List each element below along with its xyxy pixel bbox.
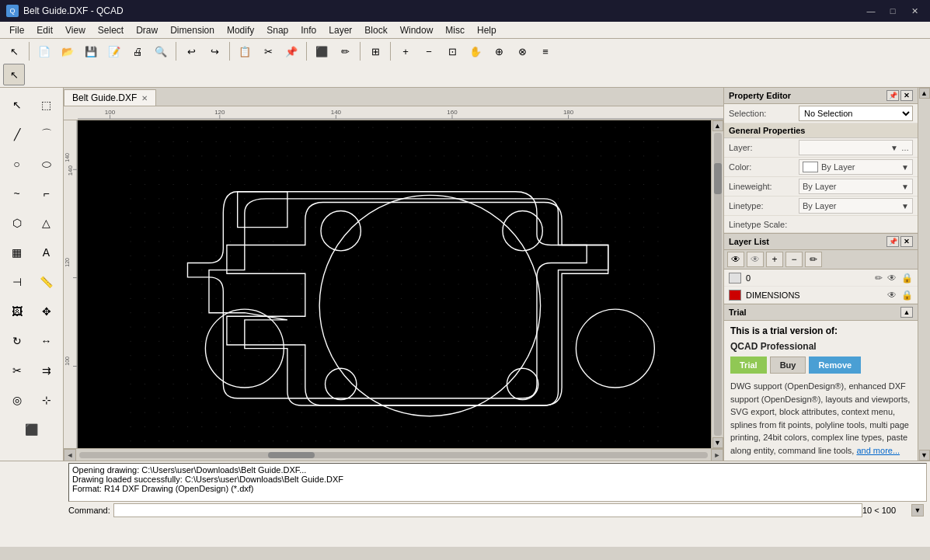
trial-btn-remove[interactable]: Remove <box>809 357 861 374</box>
spline-tool[interactable]: ~ <box>3 179 31 207</box>
scroll-down-btn[interactable]: ▼ <box>712 437 723 448</box>
canvas-tab-close[interactable]: ✕ <box>141 94 148 103</box>
pointer-tool[interactable]: ↖ <box>3 91 31 119</box>
copy-btn[interactable]: 📋 <box>234 40 256 62</box>
prop-editor-pin[interactable]: 📌 <box>886 90 899 101</box>
open-file-btn[interactable]: 📂 <box>57 40 78 62</box>
save-as-btn[interactable]: 📝 <box>103 40 125 62</box>
explode-tool[interactable]: ◎ <box>3 386 31 414</box>
linetype-dropdown-btn[interactable]: ▼ <box>901 202 909 210</box>
layer-list-pin[interactable]: 📌 <box>886 236 899 247</box>
snap-grid-btn[interactable]: ⊞ <box>364 40 386 62</box>
circle-tool[interactable]: ○ <box>3 150 31 178</box>
zoom-out-btn[interactable]: − <box>418 40 440 62</box>
menu-item-file[interactable]: File <box>3 23 30 37</box>
zoom-pan-btn[interactable]: ✋ <box>465 40 486 62</box>
menu-item-dimension[interactable]: Dimension <box>164 23 221 37</box>
polygon-tool[interactable]: ⬡ <box>3 209 31 237</box>
menu-item-modify[interactable]: Modify <box>221 23 260 37</box>
scale-tool[interactable]: ↔ <box>33 327 61 355</box>
layer-0-lock-icon[interactable]: 🔒 <box>901 273 913 283</box>
scroll-up-btn[interactable]: ▲ <box>712 120 723 131</box>
zoom-prev-btn[interactable]: ⊗ <box>511 40 533 62</box>
offset-tool[interactable]: ⇉ <box>33 357 61 384</box>
rotate-tool[interactable]: ↻ <box>3 327 31 355</box>
right-scroll-up[interactable]: ▲ <box>919 88 930 99</box>
dim-line-tool[interactable]: ⊣ <box>3 268 31 296</box>
trim-tool[interactable]: ✂ <box>3 357 31 384</box>
shape-tool[interactable]: △ <box>33 209 61 237</box>
layer-dimensions-visible-icon[interactable]: 👁 <box>887 290 897 301</box>
menu-item-draw[interactable]: Draw <box>130 23 164 37</box>
command-input[interactable] <box>113 503 862 517</box>
trial-btn-trial[interactable]: Trial <box>730 357 767 374</box>
trial-scroll-up[interactable]: ▲ <box>900 307 913 318</box>
menu-item-info[interactable]: Info <box>294 23 322 37</box>
print-preview-btn[interactable]: 🔍 <box>150 40 172 62</box>
menu-item-edit[interactable]: Edit <box>30 23 59 37</box>
right-scroll-down[interactable]: ▼ <box>919 450 930 461</box>
scroll-right-btn[interactable]: ► <box>711 449 723 461</box>
hatch-tool[interactable]: ▦ <box>3 238 31 266</box>
menu-item-misc[interactable]: Misc <box>439 23 471 37</box>
menu-item-select[interactable]: Select <box>92 23 130 37</box>
layer-delete[interactable]: − <box>785 252 803 267</box>
text-tool[interactable]: A <box>33 238 61 266</box>
selection-dropdown[interactable]: No Selection <box>799 106 913 121</box>
cut-btn[interactable]: ✂ <box>257 40 279 62</box>
layer-0-edit-icon[interactable]: ✏ <box>875 273 883 283</box>
move-tool[interactable]: ✥ <box>33 297 61 325</box>
arc-tool[interactable]: ⌒ <box>33 120 61 148</box>
layer-list-close[interactable]: ✕ <box>900 236 913 247</box>
close-button[interactable]: ✕ <box>905 5 924 17</box>
zoom-fit-btn[interactable]: ⊕ <box>488 40 510 62</box>
layer-0-visible-icon[interactable]: 👁 <box>887 273 897 283</box>
zoom-window-btn[interactable]: ⊡ <box>441 40 463 62</box>
menu-item-layer[interactable]: Layer <box>322 23 358 37</box>
zoom-in-btn[interactable]: + <box>395 40 416 62</box>
ellipse-tool[interactable]: ⬭ <box>33 150 61 178</box>
measure-tool[interactable]: 📏 <box>33 268 61 296</box>
layer-edit-btn[interactable]: … <box>901 144 909 152</box>
layer-toolbar-btn[interactable]: ≡ <box>535 40 556 62</box>
prop-editor-close[interactable]: ✕ <box>900 90 913 101</box>
select-arrow-btn[interactable]: ↖ <box>3 40 25 62</box>
trial-more-link[interactable]: and more... <box>856 446 900 455</box>
3d-box-tool[interactable]: ⬛ <box>18 416 46 443</box>
block-attr-btn[interactable]: ⬛ <box>311 40 333 62</box>
trial-btn-buy[interactable]: Buy <box>770 357 806 374</box>
print-btn[interactable]: 🖨 <box>127 40 148 62</box>
horizontal-scrollbar[interactable]: ◄ ► <box>64 448 723 461</box>
layer-dropdown-btn[interactable]: ▼ <box>890 144 898 152</box>
menu-item-window[interactable]: Window <box>394 23 440 37</box>
menu-item-view[interactable]: View <box>59 23 92 37</box>
layer-add[interactable]: + <box>766 252 783 267</box>
zoom-select-tool[interactable]: ⬚ <box>33 91 61 119</box>
drawing-canvas[interactable] <box>78 120 711 448</box>
status-scroll-btn[interactable]: ▼ <box>911 504 924 517</box>
draw-point-btn[interactable]: ✏ <box>334 40 356 62</box>
line-tool[interactable]: ╱ <box>3 120 31 148</box>
paste-btn[interactable]: 📌 <box>280 40 302 62</box>
scroll-thumb-v[interactable] <box>714 163 722 194</box>
scroll-thumb-h[interactable] <box>268 452 315 458</box>
color-dropdown-btn[interactable]: ▼ <box>901 163 909 172</box>
select-tool-btn[interactable]: ↖ <box>3 64 25 85</box>
layer-hide-all[interactable]: 👁 <box>747 252 764 267</box>
undo-btn[interactable]: ↩ <box>180 40 202 62</box>
layer-show-all[interactable]: 👁 <box>727 252 744 267</box>
lineweight-dropdown-btn[interactable]: ▼ <box>901 183 909 191</box>
vertical-scrollbar[interactable]: ▲ ▼ <box>711 120 723 448</box>
menu-item-snap[interactable]: Snap <box>260 23 294 37</box>
new-file-btn[interactable]: 📄 <box>33 40 55 62</box>
minimize-button[interactable]: — <box>862 5 880 17</box>
menu-item-help[interactable]: Help <box>471 23 503 37</box>
canvas-tab-item[interactable]: Belt Guide.DXF ✕ <box>64 89 156 106</box>
image-tool[interactable]: 🖼 <box>3 297 31 325</box>
polyline-tool[interactable]: ⌐ <box>33 179 61 207</box>
layer-edit[interactable]: ✏ <box>805 252 822 267</box>
scroll-left-btn[interactable]: ◄ <box>64 449 76 461</box>
menu-item-block[interactable]: Block <box>358 23 393 37</box>
select-adv-tool[interactable]: ⊹ <box>33 386 61 414</box>
layer-dimensions-lock-icon[interactable]: 🔒 <box>901 290 913 301</box>
